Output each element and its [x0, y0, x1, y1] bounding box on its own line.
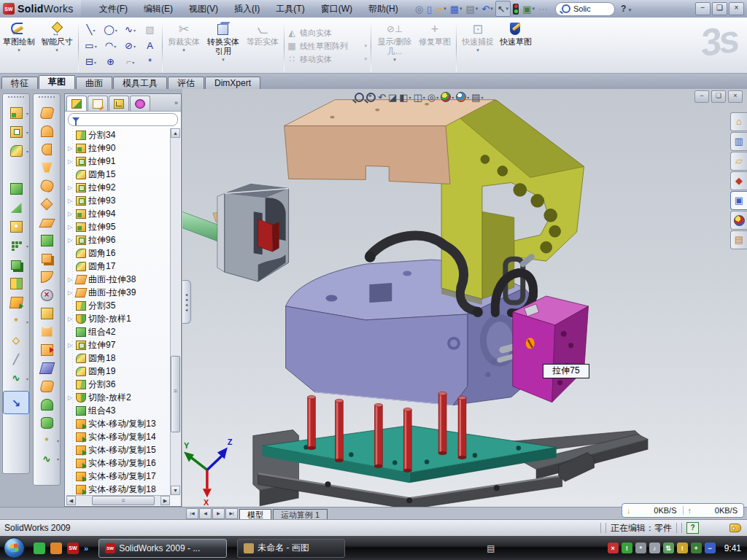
dropdown-icon[interactable]: ▾: [506, 6, 509, 12]
move-copy-body-button[interactable]: [4, 293, 28, 312]
defender-tray-icon[interactable]: +: [691, 542, 702, 553]
dropdown-icon[interactable]: ▾: [490, 6, 493, 12]
model-clamp-block[interactable]: [217, 184, 289, 281]
revolved-surface-button[interactable]: [34, 122, 59, 140]
dropdown-icon[interactable]: ▾: [57, 456, 59, 462]
tree-item[interactable]: 分割34: [66, 128, 170, 141]
planar-surface-button[interactable]: [34, 213, 59, 231]
untrim-surface-button[interactable]: [34, 359, 59, 377]
toolbox-tab[interactable]: ◆: [730, 171, 747, 190]
tree-item[interactable]: ▷拉伸94: [66, 207, 170, 220]
close-button[interactable]: ×: [729, 2, 744, 15]
dropdown-icon[interactable]: ▾: [26, 244, 28, 249]
arc-button[interactable]: ◠▾: [101, 39, 120, 54]
section-view-button[interactable]: ◪: [388, 92, 397, 103]
print-icon[interactable]: ▤▾: [464, 1, 479, 16]
move-dropdown[interactable]: ▾: [364, 56, 368, 62]
toolbar-grip[interactable]: [39, 96, 55, 101]
ellipse-button[interactable]: ⊘▾: [120, 39, 140, 54]
tree-item[interactable]: ▷切除-放样1: [66, 312, 170, 325]
wrap-button[interactable]: [4, 217, 28, 236]
configurationmanager-tab[interactable]: [109, 96, 129, 111]
smart-dimension-dropdown[interactable]: ▾: [55, 47, 58, 53]
knit-surface-button[interactable]: [34, 377, 59, 395]
tab-曲面[interactable]: 曲面: [76, 77, 112, 89]
doc-minimize-button[interactable]: −: [694, 90, 709, 103]
rebuild-icon[interactable]: [511, 1, 520, 16]
study-tab-运动算例 1[interactable]: 运动算例 1: [273, 509, 328, 519]
start-button[interactable]: [4, 537, 25, 559]
point-button[interactable]: *: [140, 55, 160, 70]
quick-snaps-button[interactable]: ⊡ 快速捕捉 ▾: [459, 19, 497, 73]
tree-item[interactable]: 组合43: [66, 404, 170, 417]
open-icon[interactable]: ▱▾: [434, 1, 448, 16]
propertymanager-tab[interactable]: [88, 96, 108, 111]
expander-icon[interactable]: ▷: [66, 145, 74, 152]
circle-button[interactable]: ◯▾: [101, 23, 120, 38]
tree-item[interactable]: 实体-移动/复制17: [66, 470, 170, 483]
polygon-button[interactable]: ⊕: [101, 55, 120, 70]
tree-item[interactable]: ▷拉伸92: [66, 181, 170, 194]
security-tray-icon[interactable]: !: [622, 542, 632, 553]
tree-vscroll-thumb[interactable]: [171, 356, 180, 432]
mirror-entities-button[interactable]: ◭ 镜向实体: [287, 28, 368, 39]
surface-point-button[interactable]: *▾: [34, 432, 59, 450]
tab-评估[interactable]: 评估: [168, 77, 204, 89]
update-tray-icon[interactable]: *: [635, 542, 646, 553]
tree-item[interactable]: ▷拉伸91: [66, 155, 170, 168]
expander-icon[interactable]: ▷: [66, 158, 74, 165]
tree-item[interactable]: 实体-移动/复制14: [66, 430, 170, 443]
tree-item[interactable]: 实体-移动/复制13: [66, 417, 170, 430]
dropdown-icon[interactable]: ▾: [460, 6, 462, 12]
undo-icon[interactable]: ↶▾: [480, 1, 494, 16]
sheet-nav-2[interactable]: ▶: [212, 508, 225, 519]
dropdown-icon[interactable]: ▾: [26, 319, 28, 324]
dropdown-icon[interactable]: ▾: [133, 28, 136, 33]
restore-button[interactable]: ❏: [712, 2, 727, 15]
extend-surface-button[interactable]: [34, 341, 59, 359]
scroll-down-icon[interactable]: ▼: [171, 486, 180, 495]
move-entities-button[interactable]: ∷ 移动实体 ▾: [287, 54, 368, 65]
offset-surface-button[interactable]: [34, 249, 59, 268]
tree-item[interactable]: 组合42: [66, 325, 170, 338]
tab-特征[interactable]: 特征: [1, 77, 38, 89]
expander-icon[interactable]: ▷: [66, 237, 74, 244]
sketch-button[interactable]: 草图绘制 ▾: [0, 19, 38, 73]
surface-fillet-button[interactable]: [34, 268, 59, 286]
pin-icon[interactable]: ◎: [414, 1, 425, 16]
tree-vertical-scrollbar[interactable]: ▲ ▼: [170, 128, 180, 495]
select-icon[interactable]: ↖▾: [495, 1, 511, 17]
linear-pattern-dropdown[interactable]: ▾: [364, 43, 368, 49]
dropdown-icon[interactable]: ▾: [95, 44, 97, 49]
dropdown-icon[interactable]: ▾: [26, 111, 28, 116]
tree-item[interactable]: ▷拉伸96: [66, 233, 170, 246]
minimize-button[interactable]: −: [695, 2, 711, 15]
freeform-button[interactable]: [34, 195, 59, 213]
replace-face-button[interactable]: [34, 304, 59, 322]
menu-item[interactable]: 编辑(E): [136, 0, 181, 18]
quick-tips-icon[interactable]: ?: [686, 522, 699, 534]
dropdown-icon[interactable]: ▾: [467, 95, 469, 100]
linear-pattern-button[interactable]: ▾: [4, 236, 28, 255]
boundary-surface-button[interactable]: [34, 176, 59, 195]
tree-item[interactable]: 实体-移动/复制15: [66, 443, 170, 456]
expander-icon[interactable]: ▷: [66, 316, 74, 322]
slot-button[interactable]: ⊟▾: [81, 55, 101, 70]
save-icon[interactable]: ▦▾: [449, 1, 464, 16]
tree-item[interactable]: ▷切除-放样2: [66, 391, 170, 404]
dimxpertmanager-tab[interactable]: [130, 96, 150, 111]
ruled-surface-button[interactable]: [34, 231, 59, 249]
line-button[interactable]: ╲▾: [81, 23, 101, 38]
tree-item[interactable]: 圆角17: [66, 260, 170, 273]
model-assembly[interactable]: Y Z X: [182, 89, 747, 507]
dropdown-icon[interactable]: ▾: [444, 6, 446, 12]
model-magenta-block[interactable]: [513, 296, 589, 402]
surface-spline-button[interactable]: ∿▾: [34, 450, 59, 468]
extruded-surface-button[interactable]: [34, 104, 59, 122]
tree-item[interactable]: ▷拉伸90: [66, 141, 170, 155]
graphics-viewport[interactable]: Y Z X ↶◪◧▾◫▾◎▾▾▾▤▾ − ❏ × ⌂▥▱◆▣▤ 拉伸75 ◂◂◂…: [182, 89, 747, 507]
tree-item[interactable]: ▷拉伸97: [66, 338, 170, 351]
dropdown-icon[interactable]: ▾: [133, 44, 136, 49]
dropdown-icon[interactable]: ▾: [481, 95, 484, 100]
tree-filter-input[interactable]: [68, 113, 178, 126]
